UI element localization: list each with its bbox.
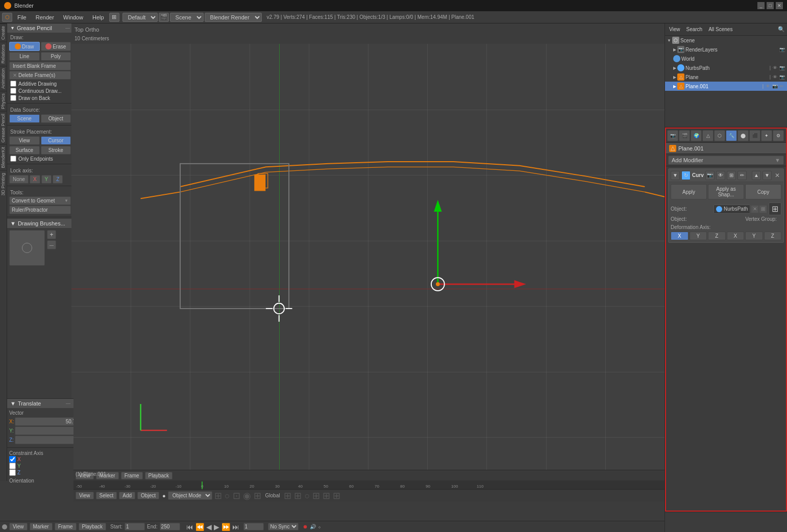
deform-y1-btn[interactable]: Y — [690, 232, 707, 240]
vis-eye[interactable]: 👁 — [772, 65, 778, 71]
play-next-btn[interactable]: ⏩ — [222, 523, 230, 531]
deform-y2-btn[interactable]: Y — [745, 232, 763, 240]
mod-up-btn[interactable]: ▲ — [752, 171, 761, 180]
vis-render-plane[interactable]: 📷 — [779, 74, 785, 80]
view-btn[interactable]: View — [9, 136, 40, 145]
object-field-grid[interactable]: ⊞ — [759, 206, 767, 213]
apply-button[interactable]: Apply — [671, 184, 707, 199]
sync-select[interactable]: No Sync — [268, 523, 299, 530]
prop-mesh-btn[interactable]: ⬡ — [714, 130, 725, 141]
y-input[interactable] — [15, 426, 73, 435]
start-input[interactable] — [125, 523, 145, 530]
prop-physics-btn[interactable]: ⚙ — [773, 130, 784, 141]
grease-pencil-header[interactable]: ▼ Grease Pencil — — [7, 23, 73, 33]
play-prev-btn[interactable]: ⏪ — [195, 523, 204, 531]
x-constraint-check[interactable] — [9, 456, 16, 463]
object-mode-select[interactable]: Object Mode — [168, 491, 212, 500]
mod-render-btn[interactable]: 📷 — [705, 171, 715, 180]
record-btn[interactable]: ⏺ — [303, 524, 308, 529]
workspace-selector[interactable]: Default — [122, 13, 158, 22]
mod-close-button[interactable]: ✕ — [773, 171, 781, 180]
mod-eye-btn[interactable]: 👁 — [716, 171, 725, 180]
frame-btn[interactable]: Frame — [121, 472, 143, 479]
copy-button[interactable]: Copy — [745, 184, 781, 199]
mod-edit-btn[interactable]: ✏ — [737, 171, 747, 180]
vertex-group-field[interactable]: ⊞ — [769, 202, 781, 215]
surface-btn[interactable]: Surface — [9, 146, 40, 155]
object-btn[interactable]: Object — [41, 114, 71, 123]
view-tab-btn[interactable]: View — [9, 523, 28, 530]
draw-on-back-checkbox[interactable] — [10, 95, 16, 101]
add-modifier-button[interactable]: Add Modifier ▼ — [668, 156, 784, 165]
outliner-item-scene[interactable]: ▼ ⬡ Scene — [665, 36, 787, 45]
convert-btn[interactable]: Convert to Geomet ▼ — [9, 196, 71, 205]
object-field-value[interactable]: NurbsPath — [714, 205, 750, 214]
z-input[interactable] — [15, 436, 73, 444]
menu-window[interactable]: Window — [59, 13, 87, 21]
deform-x2-btn[interactable]: X — [727, 232, 745, 240]
render-engine-selector[interactable]: Blender Render — [205, 13, 262, 22]
insert-blank-frame-button[interactable]: Insert Blank Frame — [9, 62, 71, 70]
end-input[interactable] — [160, 523, 180, 530]
draw-button[interactable]: Draw — [9, 42, 40, 51]
brush-remove-btn[interactable]: — — [47, 240, 56, 249]
prop-obj-btn[interactable]: △ — [702, 130, 714, 141]
drawing-brushes-header[interactable]: ▼ Drawing Brushes... — [7, 219, 73, 228]
playback-tab-btn[interactable]: Playback — [79, 523, 107, 530]
x-axis-btn[interactable]: X — [30, 175, 40, 184]
delete-frame-button[interactable]: ✕ Delete Frame(s) — [9, 71, 71, 80]
ruler-btn[interactable]: Ruler/Protractor — [9, 206, 71, 214]
vis-eye-p001[interactable]: 👁 — [765, 83, 771, 89]
x-input[interactable] — [15, 417, 73, 426]
prop-material-btn[interactable]: ⬤ — [737, 130, 749, 141]
line-button[interactable]: Line — [9, 52, 40, 61]
stroke-btn[interactable]: Stroke — [41, 146, 71, 155]
poly-button[interactable]: Poly — [41, 52, 71, 61]
none-btn[interactable]: None — [9, 175, 29, 184]
outliner-item-renderlayers[interactable]: ▶ 📷 RenderLayers 📷 — [665, 45, 787, 54]
vp-select-btn[interactable]: Select — [96, 492, 117, 499]
tab-3d-printing[interactable]: 3D Printing — [0, 170, 7, 198]
all-scenes-btn[interactable]: All Scenes — [706, 26, 734, 33]
scene-btn[interactable]: Scene — [9, 114, 40, 123]
app-icon-btn[interactable]: ⬡ — [2, 13, 12, 22]
outliner-item-world[interactable]: World — [665, 54, 787, 63]
layout-icon[interactable]: ⊞ — [109, 13, 119, 22]
current-frame-input[interactable] — [243, 523, 264, 530]
z-constraint-check[interactable] — [9, 469, 16, 476]
prop-modifier-btn[interactable]: 🔧 — [726, 130, 737, 141]
play-begin-btn[interactable]: ⏮ — [186, 523, 193, 531]
translate-header[interactable]: ▼ Translate — — [7, 399, 73, 408]
marker-tab-btn[interactable]: Marker — [30, 523, 53, 530]
deform-z1-btn[interactable]: Z — [708, 232, 726, 240]
y-axis-btn[interactable]: Y — [41, 175, 52, 184]
outliner-item-nurbspath[interactable]: ▶ NurbsPath | 👁 📷 — [665, 63, 787, 72]
prop-scene-btn[interactable]: 🎬 — [679, 130, 690, 141]
audio-btn[interactable]: 🔊 — [310, 524, 316, 529]
vp-add-btn[interactable]: Add — [119, 492, 135, 499]
only-endpoints-checkbox[interactable] — [10, 156, 16, 162]
additive-drawing-checkbox[interactable] — [10, 81, 16, 87]
viewport[interactable]: Top Ortho 10 Centimeters — [71, 23, 665, 481]
tab-relations[interactable]: Relations — [0, 42, 7, 66]
keyframe-btn[interactable]: ⬦ — [318, 524, 321, 529]
outliner-item-plane[interactable]: ▶ △ Plane | 👁 📷 — [665, 72, 787, 82]
play-end-btn[interactable]: ⏭ — [232, 523, 239, 531]
brush-add-btn[interactable]: + — [47, 230, 56, 239]
view-btn-rt[interactable]: View — [667, 26, 682, 33]
play-back-btn[interactable]: ◀ — [206, 523, 212, 531]
vp-object-btn[interactable]: Object — [137, 492, 159, 499]
apply-as-shape-button[interactable]: Apply as Shap... — [708, 184, 744, 199]
y-constraint-check[interactable] — [9, 463, 16, 469]
cursor-btn[interactable]: Cursor — [41, 136, 71, 145]
close-button[interactable]: ✕ — [776, 2, 783, 9]
maximize-button[interactable]: □ — [767, 2, 774, 9]
mod-down-btn[interactable]: ▼ — [763, 171, 772, 180]
vis-render[interactable]: 📷 — [779, 65, 785, 71]
tab-create[interactable]: Create — [0, 23, 7, 42]
deform-x1-btn[interactable]: X — [671, 232, 688, 240]
rt-search-icon[interactable]: 🔍 — [778, 26, 785, 33]
menu-render[interactable]: Render — [32, 13, 58, 21]
object-field-clear[interactable]: ✕ — [751, 206, 758, 213]
mod-camera-btn[interactable]: ↻ — [681, 171, 691, 180]
